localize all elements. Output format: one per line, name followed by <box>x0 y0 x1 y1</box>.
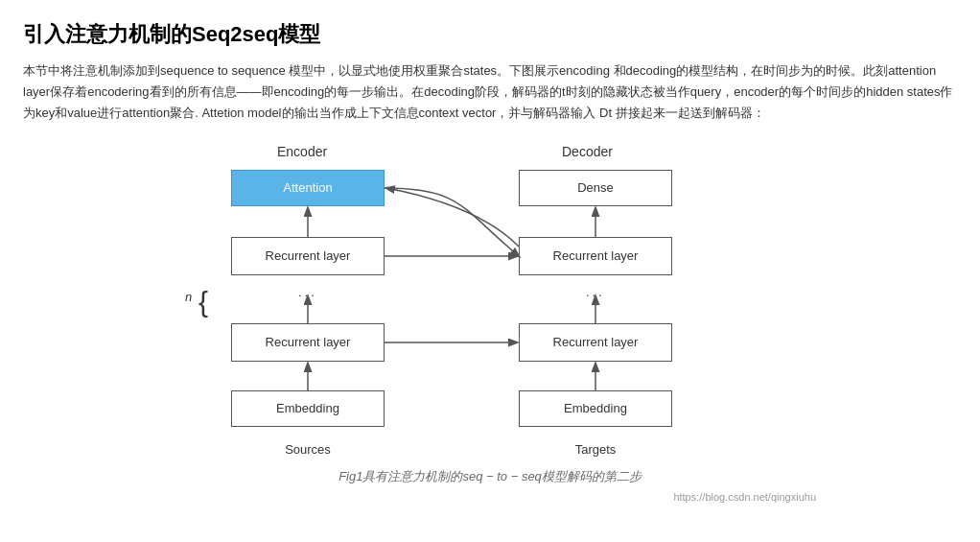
dec-recurrent1-box: Recurrent layer <box>519 237 672 275</box>
dec-dots: ... <box>586 283 605 303</box>
enc-recurrent2-box: Recurrent layer <box>231 323 385 362</box>
targets-label: Targets <box>519 440 672 460</box>
sources-label: Sources <box>231 440 385 460</box>
dec-dense-box: Dense <box>519 170 672 206</box>
n-label: n <box>185 288 192 308</box>
encoder-label: Encoder <box>277 141 327 162</box>
figure-caption: Fig1具有注意力机制的seq − to − seq模型解码的第二步 <box>338 467 642 487</box>
dec-embedding-box: Embedding <box>519 390 672 427</box>
dec-recurrent2-box: Recurrent layer <box>519 323 672 362</box>
diagram-area: Encoder Decoder { n Attention Recurrent … <box>23 141 957 506</box>
description: 本节中将注意机制添加到sequence to sequence 模型中，以显式地… <box>23 60 957 124</box>
decoder-label: Decoder <box>562 141 613 162</box>
enc-dots: ... <box>298 283 317 303</box>
enc-recurrent1-box: Recurrent layer <box>231 237 385 275</box>
enc-embedding-box: Embedding <box>231 390 385 427</box>
n-brace: { <box>198 232 208 371</box>
page-title: 引入注意力机制的Seq2seq模型 <box>23 17 957 51</box>
diagram-container: Encoder Decoder { n Attention Recurrent … <box>164 141 816 438</box>
enc-attention-box: Attention <box>231 170 385 206</box>
url-caption: https://blog.csdn.net/qingxiuhu <box>164 489 816 507</box>
